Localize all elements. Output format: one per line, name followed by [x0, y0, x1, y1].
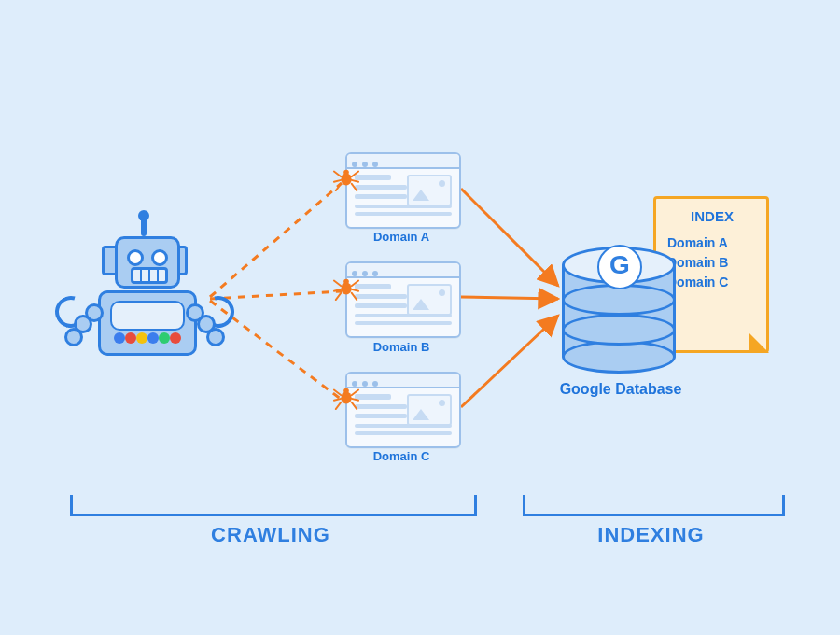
domain-card-c [345, 372, 461, 448]
domain-label-a: Domain A [345, 230, 457, 244]
bracket-indexing [523, 495, 785, 516]
domain-card-b [345, 261, 461, 338]
index-row: Domain C [667, 275, 757, 289]
robot-color-dots [114, 332, 181, 344]
googlebot-robot-icon [79, 219, 210, 369]
index-title: INDEX [667, 208, 757, 224]
bracket-crawling [70, 495, 477, 516]
domain-label-c: Domain C [345, 449, 457, 463]
index-row: Domain B [667, 255, 757, 270]
index-row: Domain A [667, 235, 757, 250]
database-label: Google Database [527, 381, 714, 398]
spider-icon [332, 274, 360, 302]
svg-point-9 [343, 279, 349, 285]
spider-icon [332, 164, 360, 192]
svg-point-6 [341, 173, 351, 185]
domain-label-b: Domain B [345, 340, 457, 354]
domain-card-a [345, 152, 461, 229]
database-badge: G [597, 245, 642, 289]
phase-label-crawling: CRAWLING [70, 523, 471, 547]
svg-point-10 [341, 391, 351, 403]
database-icon: G [562, 247, 670, 370]
svg-line-0 [210, 183, 342, 297]
svg-point-11 [343, 388, 349, 394]
svg-line-4 [461, 297, 558, 299]
svg-line-1 [210, 291, 342, 299]
spider-icon [332, 383, 360, 411]
svg-line-3 [461, 189, 558, 286]
svg-point-8 [341, 282, 351, 294]
phase-label-indexing: INDEXING [523, 523, 779, 547]
svg-point-7 [343, 170, 349, 176]
